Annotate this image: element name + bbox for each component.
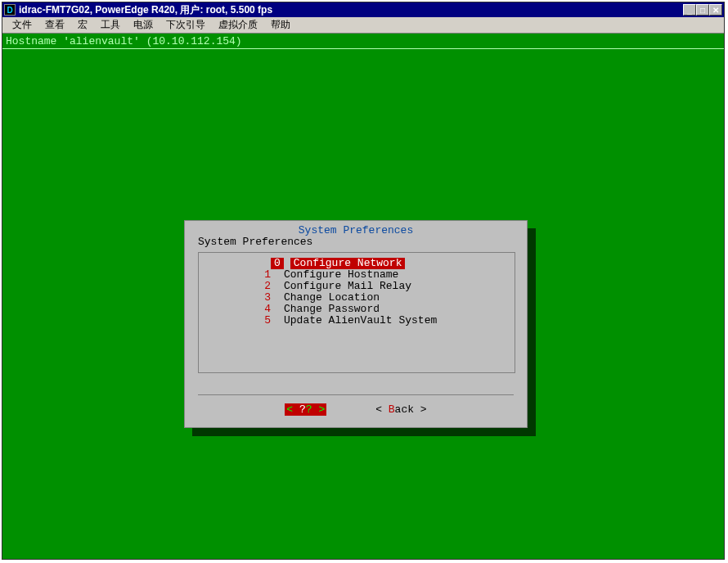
menu-num: 2: [199, 281, 284, 292]
menu-nextboot[interactable]: 下次引导: [160, 16, 212, 34]
menu-option-5[interactable]: 5 Update AlienVault System: [199, 315, 515, 327]
window-title: idrac-FMT7G02, PowerEdge R420, 用户: root,…: [19, 3, 683, 17]
menubar: 文件 查看 宏 工具 电源 下次引导 虚拟介质 帮助: [2, 17, 724, 34]
menu-help[interactable]: 帮助: [264, 16, 297, 34]
menu-option-1[interactable]: 1 Configure Hostname: [199, 269, 515, 281]
maximize-button[interactable]: □: [696, 4, 709, 16]
menu-num: 5: [199, 315, 284, 327]
menu-label: Change Location: [284, 292, 380, 304]
ok-button[interactable]: < ?? >: [285, 403, 326, 416]
menu-num: 1: [199, 269, 284, 281]
menu-label: Configure Network: [290, 258, 406, 269]
close-button[interactable]: ✕: [709, 4, 722, 16]
menu-label: Configure Hostname: [284, 269, 398, 281]
dialog-subtitle: System Preferences: [198, 236, 312, 248]
dialog-title: System Preferences: [299, 224, 413, 236]
menu-power[interactable]: 电源: [127, 16, 160, 34]
menu-num: 3: [199, 292, 284, 304]
dialog-buttons: < ?? > < Back >: [198, 394, 514, 416]
menu-view[interactable]: 查看: [38, 16, 71, 34]
hostname-line: Hostname 'alienvault' (10.10.112.154): [6, 35, 242, 47]
app-icon: D: [4, 4, 16, 16]
menu-num: 4: [199, 304, 284, 315]
window-controls: _ □ ✕: [683, 4, 722, 16]
menu-tools[interactable]: 工具: [94, 16, 127, 34]
menu-label: Update AlienVault System: [284, 315, 437, 327]
console-divider: [2, 48, 724, 49]
menu-file[interactable]: 文件: [6, 16, 38, 34]
menu-macro[interactable]: 宏: [71, 16, 94, 34]
app-window: D idrac-FMT7G02, PowerEdge R420, 用户: roo…: [2, 2, 725, 560]
system-preferences-dialog: System Preferences System Preferences 0 …: [184, 220, 528, 428]
menu-option-4[interactable]: 4 Change Password: [199, 304, 515, 315]
menu-virtualmedia[interactable]: 虚拟介质: [212, 16, 264, 34]
menu-option-2[interactable]: 2 Configure Mail Relay: [199, 281, 515, 292]
menu-list: 0 Configure Network 1 Configure Hostname…: [198, 252, 515, 373]
console-area: Hostname 'alienvault' (10.10.112.154) Sy…: [2, 34, 724, 559]
menu-label: Configure Mail Relay: [284, 281, 411, 292]
minimize-button[interactable]: _: [683, 4, 696, 16]
menu-option-0[interactable]: 0 Configure Network: [199, 258, 515, 269]
titlebar: D idrac-FMT7G02, PowerEdge R420, 用户: roo…: [2, 2, 724, 17]
menu-option-3[interactable]: 3 Change Location: [199, 292, 515, 304]
menu-label: Change Password: [284, 304, 380, 315]
menu-num: 0: [271, 258, 284, 269]
back-button[interactable]: < Back >: [375, 403, 426, 416]
